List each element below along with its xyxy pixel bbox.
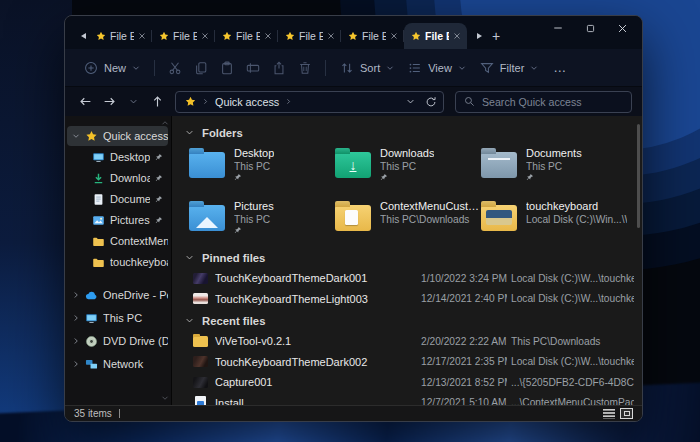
command-bar: New Sort View Filter …: [65, 49, 642, 86]
tab-scroll-right-button[interactable]: [473, 23, 485, 49]
back-button[interactable]: [75, 92, 95, 112]
tab-close-icon[interactable]: [453, 32, 461, 40]
view-button[interactable]: View: [401, 57, 473, 79]
trash-icon: [298, 61, 312, 75]
sidebar-item-network[interactable]: Network: [67, 354, 168, 374]
paste-button[interactable]: [214, 56, 240, 80]
chevron-down-icon: [458, 64, 466, 72]
chevron-right-icon[interactable]: [72, 337, 80, 345]
sidebar-item-dvd-drive[interactable]: DVD Drive (D:) CCCO: [67, 331, 168, 351]
image-thumbnail-capture-icon: [193, 377, 208, 388]
file-row-touchkeyboardthemedark002[interactable]: TouchKeyboardThemeDark002 12/17/2021 2:3…: [182, 352, 634, 373]
section-header-pinned-files[interactable]: Pinned files: [185, 249, 642, 266]
folder-tile-touchkeyboard[interactable]: touchkeyboard Local Disk (C:)\Win...\Web: [481, 199, 627, 243]
folder-tile-contextmenucustompackage[interactable]: ContextMenuCustomPac... This PC\Download…: [335, 199, 481, 243]
item-count: 35 items: [74, 408, 112, 419]
download-icon: [92, 172, 105, 185]
sort-button[interactable]: Sort: [333, 57, 401, 79]
file-row-vivetool[interactable]: ViVeTool-v0.2.1 2/20/2022 2:22 AM This P…: [182, 331, 634, 352]
address-breadcrumb-bar[interactable]: Quick access: [175, 91, 444, 113]
file-row-capture001[interactable]: Capture001 12/13/2021 8:52 PM ...\{5205D…: [182, 372, 634, 393]
tab-label: File E: [362, 30, 386, 42]
filter-button[interactable]: Filter: [473, 57, 545, 79]
new-button[interactable]: New: [77, 57, 147, 79]
sidebar-item-label: DVD Drive (D:) CCCO: [103, 335, 168, 347]
address-dropdown-chevron-icon[interactable]: [406, 97, 415, 106]
cut-button[interactable]: [162, 56, 188, 80]
address-bar-row: Quick access: [65, 86, 642, 116]
file-location: This PC\Downloads: [511, 336, 634, 347]
delete-button[interactable]: [292, 56, 318, 80]
sidebar-item-this-pc[interactable]: This PC: [67, 308, 168, 328]
recent-locations-button[interactable]: [123, 92, 143, 112]
section-header-folders[interactable]: Folders: [185, 124, 642, 141]
tab-file-explorer-3[interactable]: File E: [215, 23, 278, 49]
sidebar-item-quick-access[interactable]: Quick access: [67, 126, 168, 146]
breadcrumb-location[interactable]: Quick access: [215, 96, 279, 108]
section-header-recent-files[interactable]: Recent files: [185, 312, 642, 329]
minimize-button[interactable]: [552, 22, 564, 34]
chevron-right-icon[interactable]: [72, 291, 80, 299]
rename-button[interactable]: [240, 56, 266, 80]
forward-button[interactable]: [99, 92, 119, 112]
star-icon: [285, 31, 295, 41]
tab-file-explorer-4[interactable]: File E: [278, 23, 341, 49]
folder-tile-pictures[interactable]: Pictures This PC: [189, 199, 335, 243]
status-divider: [119, 409, 120, 418]
chevron-right-icon[interactable]: [72, 360, 80, 368]
sidebar-item-onedrive[interactable]: OneDrive - Personal: [67, 285, 168, 305]
sidebar-item-label: Quick access: [103, 130, 168, 142]
folder-tile-documents[interactable]: Documents This PC: [481, 146, 627, 190]
details-view-toggle[interactable]: [603, 409, 615, 419]
sidebar-item-downloads[interactable]: Downloads: [67, 168, 168, 188]
share-button[interactable]: [266, 56, 292, 80]
tab-file-explorer-2[interactable]: File E: [152, 23, 215, 49]
folder-tile-downloads[interactable]: Downloads This PC: [335, 146, 481, 190]
content-scrollbar[interactable]: [637, 124, 640, 228]
search-box[interactable]: [455, 91, 632, 113]
sidebar-item-contextmenucust[interactable]: ContextMenuCust: [67, 231, 168, 251]
new-tab-button[interactable]: +: [485, 23, 507, 49]
sidebar-item-desktop[interactable]: Desktop: [67, 147, 168, 167]
tab-close-icon[interactable]: [327, 32, 335, 40]
copy-button[interactable]: [188, 56, 214, 80]
tab-file-explorer-active[interactable]: File E: [404, 23, 467, 49]
sidebar-scroll-down-icon[interactable]: [161, 394, 169, 402]
up-button[interactable]: [147, 92, 167, 112]
triangle-right-icon: [477, 33, 482, 39]
file-date: 12/7/2021 5:10 AM: [421, 397, 507, 405]
large-icons-view-glyph: [624, 411, 630, 416]
maximize-button[interactable]: [585, 23, 596, 34]
folder-tile-desktop[interactable]: Desktop This PC: [189, 146, 335, 190]
file-location: Local Disk (C:)\W...\touchkeyboard: [511, 356, 634, 367]
sidebar-item-label: Network: [103, 358, 168, 370]
tab-close-icon[interactable]: [201, 32, 209, 40]
file-location: Local Disk (C:)\W...\touchkeyboard: [511, 293, 634, 304]
sidebar-item-label: ContextMenuCust: [110, 235, 168, 247]
tab-file-explorer-1[interactable]: File E: [89, 23, 152, 49]
tab-close-icon[interactable]: [138, 32, 146, 40]
tab-file-explorer-5[interactable]: File E: [341, 23, 404, 49]
image-thumbnail-dark-icon: [193, 356, 208, 367]
section-title: Folders: [202, 127, 243, 139]
tab-scroll-left-button[interactable]: [77, 23, 89, 49]
file-row-touchkeyboardthemelight003[interactable]: TouchKeyboardThemeLight003 12/14/2021 2:…: [182, 289, 634, 310]
more-options-button[interactable]: …: [545, 60, 575, 75]
close-button[interactable]: [617, 23, 628, 34]
sidebar-item-pictures[interactable]: Pictures: [67, 210, 168, 230]
chevron-down-icon: [530, 64, 538, 72]
tab-close-icon[interactable]: [390, 32, 398, 40]
sidebar-scroll-up-icon[interactable]: [161, 119, 169, 127]
sidebar-item-touchkeyboard[interactable]: touchkeyboard: [67, 252, 168, 272]
refresh-icon[interactable]: [425, 96, 437, 108]
chevron-down-icon[interactable]: [72, 132, 80, 140]
large-icons-view-toggle[interactable]: [620, 408, 633, 419]
sidebar-item-documents[interactable]: Documents: [67, 189, 168, 209]
file-row-touchkeyboardthemedark001[interactable]: TouchKeyboardThemeDark001 1/10/2022 3:24…: [182, 268, 634, 289]
navigation-pane: Quick access Desktop Downloads Documents…: [65, 116, 172, 405]
search-input[interactable]: [482, 96, 623, 108]
chevron-right-icon[interactable]: [72, 314, 80, 322]
folder-name: ContextMenuCustomPac...: [380, 200, 481, 213]
file-row-install[interactable]: Install 12/7/2021 5:10 AM ...\ContextMen…: [182, 393, 634, 406]
tab-close-icon[interactable]: [264, 32, 272, 40]
